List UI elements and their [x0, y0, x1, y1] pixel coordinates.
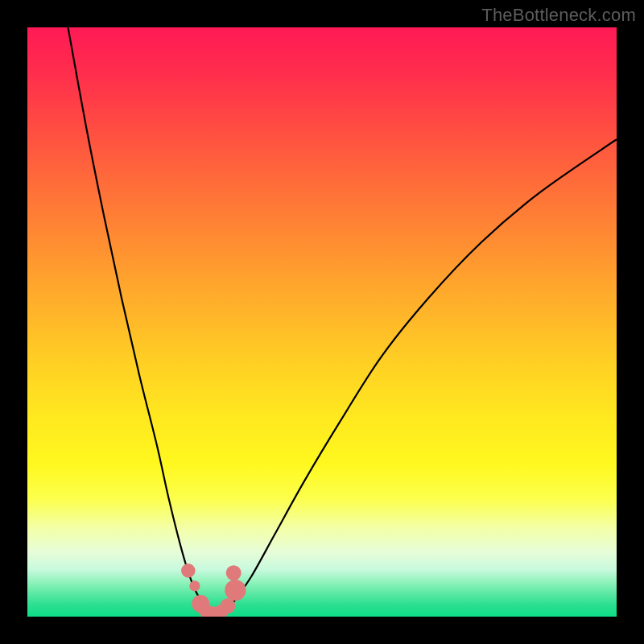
curve-marker — [181, 564, 196, 578]
curve-marker — [226, 565, 242, 580]
curve-marker — [220, 598, 235, 613]
chart-frame: TheBottleneck.com — [0, 0, 644, 644]
plot-area — [27, 27, 617, 617]
curve-svg — [27, 27, 617, 617]
curve-marker — [225, 580, 246, 601]
bottleneck-curve — [68, 27, 617, 613]
watermark-text: TheBottleneck.com — [481, 5, 636, 26]
curve-markers — [181, 564, 246, 617]
curve-marker — [189, 580, 200, 591]
